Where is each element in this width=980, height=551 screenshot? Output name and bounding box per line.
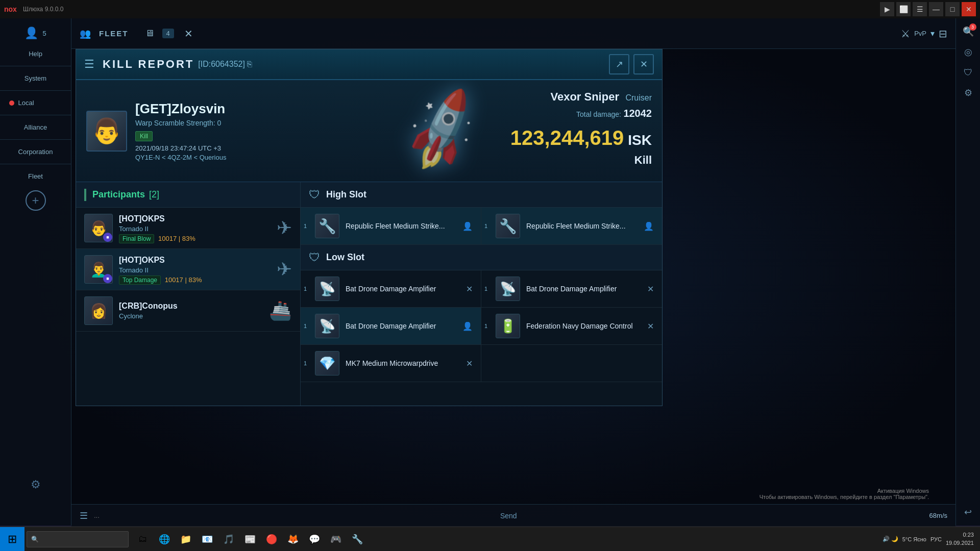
copy-id-icon[interactable]: ⎘ (247, 60, 252, 69)
right-icon-4[interactable]: ⚙ (959, 84, 977, 102)
low-slot-close-5[interactable]: ✕ (466, 359, 473, 368)
low-slot-icon-1: 📡 (315, 277, 339, 301)
local-dot (9, 101, 14, 106)
low-slot-user-3[interactable]: 👤 (462, 321, 473, 331)
pvp-dropdown-icon[interactable]: ▾ (930, 29, 935, 38)
modal-menu-icon[interactable]: ☰ (84, 58, 94, 71)
slot-name-1: Republic Fleet Medium Strike... (346, 221, 456, 231)
participant-name-1: [HOT]OKPS (119, 214, 271, 223)
tray-icons: 🔊 🌙 (883, 536, 898, 542)
taskbar-icon-6[interactable]: 📰 (240, 529, 260, 549)
slot-action-icon-2[interactable]: 👤 (644, 221, 654, 231)
low-slot-item-1[interactable]: 1 📡 Bat Drone Damage Amplifier ✕ (301, 270, 481, 308)
sidebar-item-fleet[interactable]: Fleet (5, 167, 66, 185)
taskbar-icon-7[interactable]: 🔴 (261, 529, 282, 549)
participant-damage-1: 10017 (158, 235, 177, 242)
participants-title: Participants (92, 189, 145, 200)
window-minimize-button[interactable]: — (929, 2, 943, 16)
low-slot-count-2: 1 (484, 286, 487, 292)
participants-header: Participants [2] (76, 182, 300, 208)
filter-icon[interactable]: ⊟ (939, 28, 947, 40)
left-sidebar: 👤 5 Help System Local Alliance Corporati… (0, 18, 71, 525)
taskbar-icon-1[interactable]: 🗂 (133, 529, 153, 549)
taskbar-icon-4[interactable]: 📧 (197, 529, 217, 549)
right-icon-back[interactable]: ↩ (959, 503, 977, 521)
taskbar-icon-5[interactable]: 🎵 (218, 529, 239, 549)
kill-type-label: Kill (510, 154, 652, 167)
participant-damage-2: 10017 (165, 276, 183, 284)
participant-item[interactable]: 👨‍🦱 ■ [HOT]OKPS Tornado II Top Damage 10… (76, 249, 300, 290)
minimize-button[interactable]: ▶ (880, 2, 894, 16)
chat-menu-icon[interactable]: ☰ (80, 510, 88, 521)
modal-header: ☰ KILL REPORT [ID:6064352] ⎘ ↗ ✕ (76, 49, 662, 80)
swords-icon: ⚔ (901, 28, 910, 40)
kill-right-info: Vexor Sniper Cruiser Total damage: 12042… (510, 90, 652, 167)
taskbar-icon-8[interactable]: 🦊 (283, 529, 303, 549)
sidebar-item-help[interactable]: Help (5, 45, 66, 63)
high-slot-item-2[interactable]: 1 🔧 Republic Fleet Medium Strike... 👤 (481, 208, 662, 245)
low-slot-close-2[interactable]: ✕ (647, 284, 654, 294)
low-slot-icon-3: 📡 (315, 314, 339, 338)
right-icon-1[interactable]: 🔍 3 (959, 22, 977, 41)
send-button[interactable]: Send (494, 510, 523, 522)
participant-item[interactable]: 👩 [CRB]Conopus Cyclone 🚢 (76, 290, 300, 332)
taskbar-search[interactable]: 🔍 (27, 531, 129, 547)
low-slot-info-3: Bat Drone Damage Amplifier (346, 321, 456, 331)
ship-icon: 🚀 (394, 84, 491, 178)
participant-info-1: [HOT]OKPS Tornado II Final Blow 10017 | … (119, 214, 271, 242)
participants-count: [2] (149, 189, 159, 200)
close-modal-button[interactable]: ✕ (633, 54, 654, 74)
sidebar-item-system[interactable]: System (5, 69, 66, 87)
sidebar-item-corporation[interactable]: Corporation (5, 143, 66, 161)
low-slot-info-1: Bat Drone Damage Amplifier (346, 284, 460, 293)
taskbar-icon-10[interactable]: 🎮 (326, 529, 346, 549)
settings-button[interactable]: ☰ (913, 2, 927, 16)
low-slot-item-3[interactable]: 1 📡 Bat Drone Damage Amplifier 👤 (301, 308, 481, 345)
taskbar-tray: 🔊 🌙 5°C Ясно РУС 0:23 19.09.2021 (883, 531, 980, 547)
sidebar-item-alliance[interactable]: Alliance (5, 118, 66, 136)
low-slot-name-5: MK7 Medium Microwarpdrive (346, 359, 460, 368)
participant-item[interactable]: 👨 ■ [HOT]OKPS Tornado II Final Blow 1001… (76, 208, 300, 249)
right-icon-3[interactable]: 🛡 (959, 63, 977, 82)
kill-location: QY1E-N < 4QZ-2M < Querious (135, 154, 226, 161)
low-slot-info-2: Bat Drone Damage Amplifier (526, 284, 641, 293)
right-icon-2[interactable]: ◎ (959, 43, 977, 61)
weather-info: 5°C Ясно (902, 536, 926, 542)
nav-close-button[interactable]: ✕ (184, 28, 193, 40)
low-slot-close-4[interactable]: ✕ (647, 321, 654, 331)
kill-info-area: 🚀 👨 [GET]Zloysvin Warp Scramble Strength… (76, 80, 662, 182)
window-maximize-button[interactable]: □ (945, 2, 960, 16)
high-slot-item-1[interactable]: 1 🔧 Republic Fleet Medium Strike... 👤 (301, 208, 481, 245)
monitor-count-badge: 4 (162, 29, 174, 38)
taskbar-icon-2[interactable]: 🌐 (154, 529, 175, 549)
sidebar-settings-icon[interactable]: ⚙ (26, 474, 46, 495)
low-slot-close-1[interactable]: ✕ (466, 284, 473, 294)
top-damage-tag: Top Damage (119, 276, 161, 285)
high-slot-icon: 🛡 (309, 188, 320, 202)
total-damage-value: 12042 (623, 108, 652, 119)
ship-type: Cruiser (625, 93, 652, 102)
participant-percent-2: 83% (188, 276, 202, 284)
fleet-nav-label: FLEET (99, 29, 129, 38)
sidebar-item-local[interactable]: Local (5, 94, 66, 112)
low-slot-name-1: Bat Drone Damage Amplifier (346, 284, 460, 293)
taskbar-icon-3[interactable]: 📁 (176, 529, 196, 549)
participant-name-2: [HOT]OKPS (119, 256, 271, 265)
slot-action-icon-1[interactable]: 👤 (462, 221, 473, 231)
low-slot-item-2[interactable]: 1 📡 Bat Drone Damage Amplifier ✕ (481, 270, 662, 308)
modal-id: [ID:6064352] (198, 60, 245, 69)
final-blow-tag: Final Blow (119, 234, 154, 243)
start-button[interactable]: ⊞ (0, 527, 24, 552)
sidebar-add-button[interactable]: + (26, 190, 46, 211)
low-slot-item-5[interactable]: 1 💎 MK7 Medium Microwarpdrive ✕ (301, 345, 481, 382)
chat-input[interactable] (94, 512, 488, 519)
taskbar-icon-11[interactable]: 🔧 (347, 529, 368, 549)
chat-bar: ☰ Send 68m/s (71, 504, 955, 527)
restore-button[interactable]: ⬜ (896, 2, 911, 16)
window-close-button[interactable]: ✕ (962, 2, 976, 16)
share-button[interactable]: ↗ (609, 54, 629, 74)
high-slot-header: 🛡 High Slot (301, 182, 662, 208)
low-slot-item-4[interactable]: 1 🔋 Federation Navy Damage Control ✕ (481, 308, 662, 345)
taskbar-clock: 0:23 19.09.2021 (946, 531, 974, 547)
taskbar-icon-9[interactable]: 💬 (304, 529, 325, 549)
